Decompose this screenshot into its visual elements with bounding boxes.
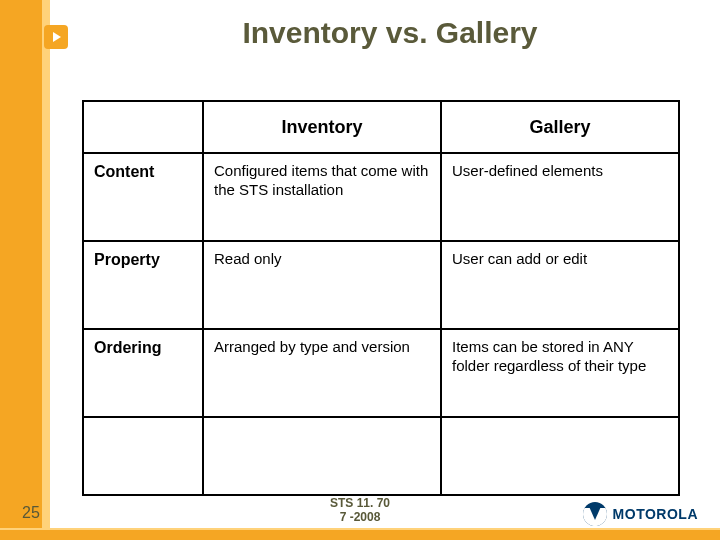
row-label: Ordering — [83, 329, 203, 417]
comparison-table: Inventory Gallery Content Configured ite… — [82, 100, 680, 496]
row-inventory: Configured items that come with the STS … — [203, 153, 441, 241]
left-sidebar — [0, 0, 42, 540]
table-header-row: Inventory Gallery — [83, 101, 679, 153]
table-row: Ordering Arranged by type and version It… — [83, 329, 679, 417]
motorola-batwing-icon — [583, 502, 607, 526]
slide-title: Inventory vs. Gallery — [80, 16, 700, 50]
table-row: Property Read only User can add or edit — [83, 241, 679, 329]
play-triangle-icon — [53, 32, 61, 42]
empty-cell — [83, 417, 203, 495]
row-gallery: User-defined elements — [441, 153, 679, 241]
table-header-blank — [83, 101, 203, 153]
row-inventory: Arranged by type and version — [203, 329, 441, 417]
table-header-inventory: Inventory — [203, 101, 441, 153]
row-gallery: Items can be stored in ANY folder regard… — [441, 329, 679, 417]
table-row-empty — [83, 417, 679, 495]
row-label: Content — [83, 153, 203, 241]
product-version-line1: STS 11. 70 — [330, 496, 390, 510]
row-inventory: Read only — [203, 241, 441, 329]
row-label: Property — [83, 241, 203, 329]
play-icon — [44, 25, 68, 49]
left-sidebar-edge — [42, 0, 50, 540]
brand-logo: MOTOROLA — [583, 502, 698, 526]
table-header-gallery: Gallery — [441, 101, 679, 153]
row-gallery: User can add or edit — [441, 241, 679, 329]
empty-cell — [203, 417, 441, 495]
footer-bar — [0, 528, 720, 540]
empty-cell — [441, 417, 679, 495]
table-row: Content Configured items that come with … — [83, 153, 679, 241]
slide: M M M M Inventory vs. Gallery Inventory … — [0, 0, 720, 540]
product-version-line2: 7 -2008 — [340, 510, 381, 524]
brand-name: MOTOROLA — [613, 506, 698, 522]
